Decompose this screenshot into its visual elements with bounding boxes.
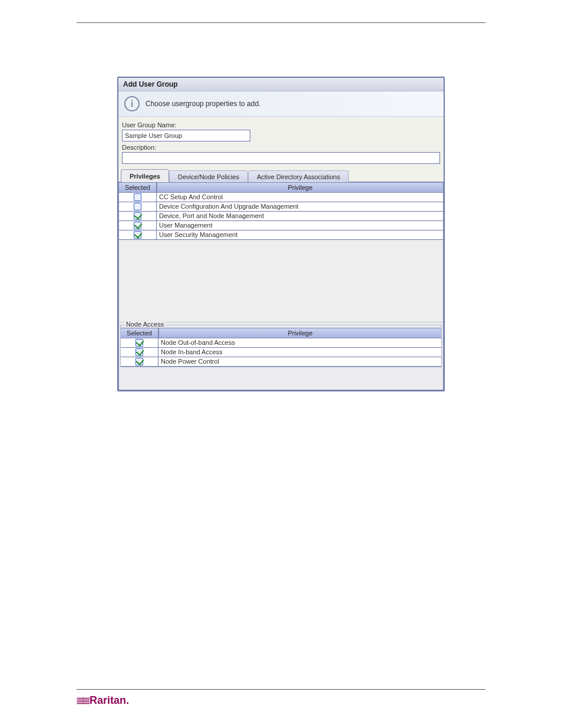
tab-privileges[interactable]: Privileges xyxy=(121,169,169,182)
node-access-label: Node In-band Access xyxy=(158,348,441,357)
privilege-label: CC Setup And Control xyxy=(157,193,443,202)
description-input[interactable] xyxy=(122,152,440,164)
info-icon: i xyxy=(124,96,140,111)
tab-body-privileges: Selected Privilege CC Setup And ControlD… xyxy=(118,182,444,390)
info-banner: i Choose usergroup properties to add. xyxy=(118,91,444,117)
privilege-checkbox-cell xyxy=(119,193,157,202)
node-access-checkbox[interactable] xyxy=(135,358,143,365)
node-access-table-body: Node Out-of-band AccessNode In-band Acce… xyxy=(121,338,441,367)
add-user-group-dialog: Add User Group i Choose usergroup proper… xyxy=(117,77,445,391)
node-access-row: Node Out-of-band Access xyxy=(121,338,441,348)
privilege-checkbox-cell xyxy=(119,221,157,230)
node-access-checkbox-cell xyxy=(121,357,158,366)
node-access-label: Node Out-of-band Access xyxy=(158,338,441,347)
group-name-label: User Group Name: xyxy=(122,121,440,129)
node-access-row: Node In-band Access xyxy=(121,348,441,357)
node-access-legend: Node Access xyxy=(124,321,166,328)
tab-ad-associations[interactable]: Active Directory Associations xyxy=(248,170,349,182)
tab-bar: Privileges Device/Node Policies Active D… xyxy=(118,169,444,182)
privilege-label: User Management xyxy=(157,221,443,230)
node-access-checkbox[interactable] xyxy=(135,348,143,356)
brand-name: Raritan. xyxy=(90,694,129,706)
node-access-fieldset: Node Access Selected Privilege Node Out-… xyxy=(120,325,442,367)
privilege-checkbox-cell xyxy=(119,212,157,220)
privilege-checkbox[interactable] xyxy=(134,222,141,229)
privilege-row: Device, Port and Node Management xyxy=(119,212,443,221)
privilege-table-empty-area xyxy=(119,240,443,322)
description-label: Description: xyxy=(122,144,440,151)
privilege-checkbox[interactable] xyxy=(134,193,141,201)
node-col-selected-header: Selected xyxy=(121,328,158,338)
privilege-table-body: CC Setup And ControlDevice Configuration… xyxy=(119,193,443,240)
privilege-table: Selected Privilege CC Setup And ControlD… xyxy=(119,182,443,240)
privilege-row: User Security Management xyxy=(119,230,443,240)
info-banner-text: Choose usergroup properties to add. xyxy=(146,100,260,108)
node-access-row: Node Power Control xyxy=(121,357,441,367)
privilege-row: Device Configuration And Upgrade Managem… xyxy=(119,202,443,212)
node-access-table-header: Selected Privilege xyxy=(121,328,441,338)
group-name-input[interactable] xyxy=(122,130,250,141)
privilege-label: User Security Management xyxy=(157,230,443,239)
privilege-row: User Management xyxy=(119,221,443,230)
page-divider-top xyxy=(77,22,485,23)
node-access-table: Selected Privilege Node Out-of-band Acce… xyxy=(121,328,441,367)
dialog-title: Add User Group xyxy=(118,78,444,91)
privilege-checkbox[interactable] xyxy=(134,231,141,239)
privilege-checkbox[interactable] xyxy=(134,212,141,220)
col-privilege-header: Privilege xyxy=(157,183,443,192)
col-selected-header: Selected xyxy=(119,183,157,192)
privilege-checkbox-cell xyxy=(119,230,157,239)
page-divider-bottom xyxy=(77,689,485,690)
privilege-checkbox[interactable] xyxy=(134,203,141,210)
node-access-checkbox[interactable] xyxy=(135,339,143,347)
tab-device-node-policies[interactable]: Device/Node Policies xyxy=(169,170,248,182)
node-col-privilege-header: Privilege xyxy=(158,328,441,338)
node-access-checkbox-cell xyxy=(121,338,158,347)
node-access-label: Node Power Control xyxy=(158,357,441,366)
form-area: User Group Name: Description: xyxy=(118,117,444,166)
privilege-row: CC Setup And Control xyxy=(119,193,443,202)
privilege-checkbox-cell xyxy=(119,202,157,211)
privilege-label: Device Configuration And Upgrade Managem… xyxy=(157,202,443,211)
privilege-label: Device, Port and Node Management xyxy=(157,212,443,220)
privilege-table-header: Selected Privilege xyxy=(119,182,443,193)
node-access-checkbox-cell xyxy=(121,348,158,357)
brand-logo: ≣≣ Raritan. xyxy=(77,694,129,707)
brand-icon: ≣≣ xyxy=(76,695,88,706)
